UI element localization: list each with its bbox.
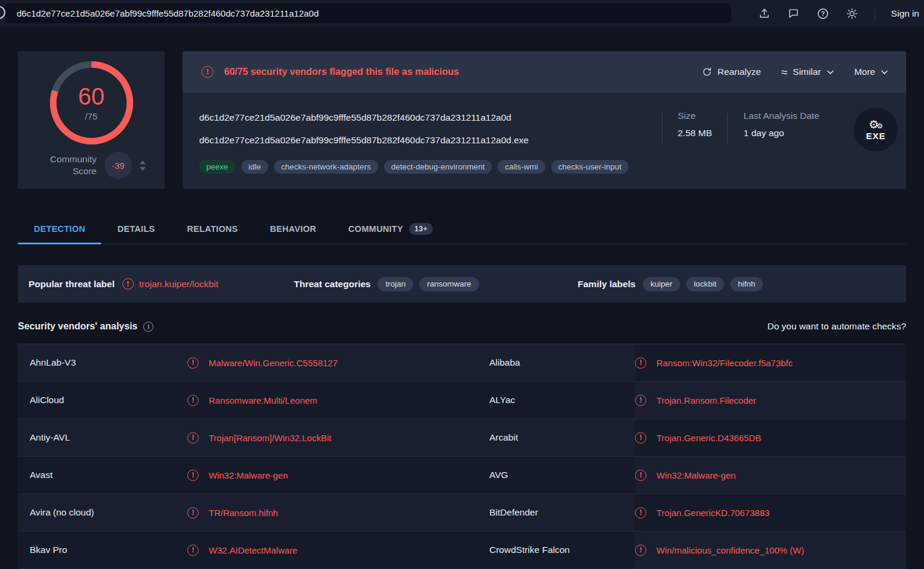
detection-label: Malware/Win.Generic.C5558127: [209, 358, 338, 368]
vendor-result: ! Ransomware:Multi/Leonem: [187, 382, 477, 419]
tab-label: RELATIONS: [187, 224, 238, 234]
popular-threat-value: trojan.kuiper/lockbit: [139, 279, 219, 290]
file-tag[interactable]: detect-debug-environment: [384, 160, 492, 174]
sign-in-link[interactable]: Sign in: [891, 8, 919, 19]
vendor-name: AhnLab-V3: [18, 344, 187, 382]
popular-threat-label: Popular threat label: [29, 279, 115, 290]
file-tag[interactable]: peexe: [199, 160, 235, 174]
tab-behavior[interactable]: BEHAVIOR: [254, 214, 332, 244]
theme-toggle-icon[interactable]: [846, 7, 859, 20]
alert-icon: !: [187, 507, 199, 518]
gear-icon: ⚙⚙: [869, 119, 883, 130]
threat-categories: trojanransomware: [378, 277, 479, 291]
tab-community[interactable]: COMMUNITY 13+: [332, 214, 449, 244]
vendor-name: Alibaba: [477, 344, 635, 382]
vendor-name: Bkav Pro: [18, 532, 187, 569]
vendor-name: CrowdStrike Falcon: [477, 532, 635, 569]
last-analysis-label: Last Analysis Date: [743, 111, 819, 121]
community-score-label: Community Score: [37, 153, 97, 177]
topbar: ? Sign in: [0, 0, 924, 27]
detection-label: Trojan.Generic.D43665DB: [656, 433, 761, 443]
detection-label: Ransom:Win32/Filecoder.f5a73bfc: [656, 358, 793, 368]
vendor-name: Avast: [18, 457, 187, 494]
alert-icon: !: [635, 545, 646, 556]
alert-icon: !: [635, 395, 646, 406]
vendor-result: ! Trojan.Generic.D43665DB: [635, 419, 906, 457]
vendor-name: Arcabit: [477, 419, 635, 457]
vendor-name: AliCloud: [18, 382, 187, 419]
tab-label: DETAILS: [117, 224, 155, 234]
upload-icon[interactable]: [758, 7, 771, 20]
analysis-title: Security vendors' analysis: [18, 321, 137, 332]
file-tag[interactable]: checks-user-input: [551, 160, 629, 174]
vote-down-icon[interactable]: [140, 167, 146, 171]
family-labels-label: Family labels: [578, 279, 636, 290]
alert-icon: !: [187, 470, 199, 481]
detection-label: Ransomware:Multi/Leonem: [209, 395, 318, 405]
score-total: /75: [85, 111, 98, 121]
similar-label: Similar: [793, 67, 821, 77]
family-label-pill[interactable]: hifnh: [730, 277, 763, 291]
vendor-result: ! Win/malicious_confidence_100% (W): [635, 532, 906, 569]
alert-icon: !: [187, 432, 199, 444]
tab-label: BEHAVIOR: [270, 224, 316, 234]
last-analysis-value: 1 day ago: [743, 128, 819, 139]
comments-icon[interactable]: [787, 7, 800, 20]
topbar-actions: ? Sign in: [758, 0, 919, 27]
detection-label: Win32:Malware-gen: [656, 470, 736, 480]
flagged-text: 60/75 security vendors flagged this file…: [224, 67, 459, 77]
tab-relations[interactable]: RELATIONS: [171, 214, 254, 244]
info-icon[interactable]: i: [143, 322, 153, 332]
threat-categories-label: Threat categories: [294, 279, 370, 290]
community-count-badge: 13+: [409, 223, 433, 235]
vendor-name: Antiy-AVL: [18, 419, 187, 457]
help-icon[interactable]: ?: [816, 7, 829, 20]
size-label: Size: [678, 111, 712, 121]
family-label-pill[interactable]: lockbit: [686, 277, 724, 291]
vote-up-icon[interactable]: [140, 161, 146, 164]
more-button[interactable]: More: [854, 67, 888, 77]
vendor-result: ! Trojan.GenericKD.70673883: [635, 494, 906, 532]
tab-bar: DETECTION DETAILS RELATIONS BEHAVIOR COM…: [18, 214, 906, 244]
vendor-name: Avira (no cloud): [18, 494, 187, 532]
topbar-divider: [875, 7, 875, 21]
file-tag[interactable]: calls-wmi: [498, 160, 545, 174]
more-label: More: [854, 67, 875, 77]
chevron-down-icon: [881, 70, 888, 75]
community-score-card: 60 /75 Community Score -39: [18, 51, 165, 189]
automate-checks-link[interactable]: Do you want to automate checks?: [768, 321, 907, 332]
file-type-badge: ⚙⚙ EXE: [854, 108, 898, 152]
reanalyze-button[interactable]: Reanalyze: [702, 67, 761, 77]
search-input[interactable]: [5, 4, 731, 23]
alert-icon: !: [187, 357, 199, 369]
last-analysis-block: Last Analysis Date 1 day ago: [728, 111, 835, 139]
size-value: 2.58 MB: [678, 128, 712, 139]
vendor-name: ALYac: [477, 382, 635, 419]
score-gauge-inner: 60 /75: [56, 68, 127, 138]
similar-button[interactable]: ≈ Similar: [781, 67, 834, 78]
threat-category-pill[interactable]: trojan: [378, 277, 413, 291]
file-tag[interactable]: checks-network-adapters: [274, 160, 378, 174]
alert-icon: !: [635, 470, 646, 481]
tab-label: DETECTION: [34, 224, 85, 234]
alert-icon: !: [202, 66, 213, 78]
file-size-block: Size 2.58 MB: [662, 111, 728, 139]
detection-summary-strip: ! 60/75 security vendors flagged this fi…: [183, 51, 906, 93]
vendor-result: ! TR/Ransom.hifnh: [187, 494, 477, 532]
tab-detection[interactable]: DETECTION: [18, 214, 101, 244]
community-score-badge[interactable]: -39: [105, 152, 132, 179]
family-labels: kuiperlockbithifnh: [643, 277, 763, 291]
threat-category-pill[interactable]: ransomware: [419, 277, 479, 291]
vendor-result: ! Win32:Malware-gen: [187, 457, 477, 494]
vendor-result: ! Win32:Malware-gen: [635, 457, 906, 494]
file-info-body: d6c1d2e77ce21d5a026e7abf99c9fffe55d87b28…: [183, 93, 906, 189]
file-tag[interactable]: idle: [241, 160, 268, 174]
vote-steppers[interactable]: [140, 161, 146, 171]
threat-summary-panel: Popular threat label ! trojan.kuiper/loc…: [18, 265, 906, 303]
family-label-pill[interactable]: kuiper: [643, 277, 680, 291]
detection-label: Trojan[Ransom]/Win32.LockBit: [209, 433, 331, 443]
similar-icon: ≈: [781, 67, 787, 78]
alert-icon: !: [122, 278, 134, 290]
tab-details[interactable]: DETAILS: [101, 214, 171, 244]
detection-label: Trojan.Ransom.Filecoder: [656, 395, 756, 405]
